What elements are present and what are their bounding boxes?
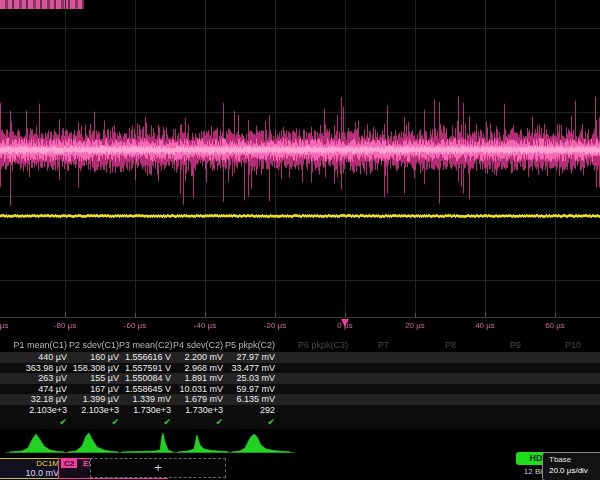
measure-status-check-icon: ✔ (223, 416, 275, 429)
measure-value: 2.103e+3 (0, 405, 67, 416)
measure-value: 33.477 mV (223, 363, 275, 374)
measure-value: 59.97 mV (223, 384, 275, 395)
measure-value: 1.556616 V (119, 352, 171, 363)
measure-value: 1.339 mV (119, 394, 171, 405)
measure-value: 1.730e+3 (119, 405, 171, 416)
histicon-histogram (10, 434, 64, 452)
c2-channel-badge: C2 (61, 459, 77, 468)
measure-value: 1.399 µV (67, 394, 119, 405)
measurement-status-row: ✔✔✔✔✔ (0, 416, 600, 429)
measure-value: 292 (223, 405, 275, 416)
measure-value: 27.97 mV (223, 352, 275, 363)
measure-value: 158.308 µV (67, 363, 119, 374)
time-axis-label: 20 µs (385, 321, 445, 330)
measure-row: 263 µV155 µV1.550084 V1.891 mV25.03 mV (0, 373, 600, 384)
time-axis-label: -40 µs (175, 321, 235, 330)
measure-column-header-inactive[interactable]: P10 (565, 339, 581, 352)
channel-c1-descriptor[interactable]: DC1M 10.0 mV (0, 458, 63, 479)
measure-status-check-icon: ✔ (67, 416, 119, 429)
measure-status-check-icon: ✔ (171, 416, 223, 429)
measure-value: 1.891 mV (171, 373, 223, 384)
measure-status-check-icon: ✔ (0, 416, 67, 429)
measurement-table: P1 mean(C1)P2 sdev(C1)P3 mean(C2)P4 sdev… (0, 339, 600, 429)
timebase-descriptor[interactable]: Tbase 20.0 µs/div (542, 452, 600, 480)
scope-grid-and-traces (0, 0, 600, 338)
measure-column-header[interactable]: P4 sdev(C2) (171, 339, 223, 352)
c1-coupling-label: DC1M (0, 459, 59, 468)
measure-row: 474 µV167 µV1.558645 V10.031 mV59.97 mV (0, 384, 600, 395)
measure-value: 25.03 mV (223, 373, 275, 384)
measure-column-header[interactable]: P3 mean(C2) (119, 339, 171, 352)
measure-value: 363.98 µV (0, 363, 67, 374)
measure-value: 167 µV (67, 384, 119, 395)
measure-value: 160 µV (67, 352, 119, 363)
measure-column-header[interactable]: P5 pkpk(C2) (223, 339, 275, 352)
measure-value: 440 µV (0, 352, 67, 363)
plus-icon: + (154, 460, 162, 475)
measure-column-header-inactive[interactable]: P7 (378, 339, 389, 352)
measure-value: 1.558645 V (119, 384, 171, 395)
measure-value: 1.557591 V (119, 363, 171, 374)
add-trace-button[interactable]: + (90, 458, 226, 478)
measurement-table-header: P1 mean(C1)P2 sdev(C1)P3 mean(C2)P4 sdev… (0, 339, 600, 352)
measure-row: 440 µV160 µV1.556616 V2.200 mV27.97 mV (0, 352, 600, 363)
measure-value: 263 µV (0, 373, 67, 384)
measure-row: 32.18 µV1.399 µV1.339 mV1.679 mV6.135 mV (0, 394, 600, 405)
histicon-histogram (178, 435, 228, 452)
time-axis-label: 40 µs (455, 321, 515, 330)
measure-value: 2.103e+3 (67, 405, 119, 416)
measure-row: 363.98 µV158.308 µV1.557591 V2.968 mV33.… (0, 363, 600, 374)
measurement-histicons (0, 430, 300, 457)
oscilloscope-screen: -100 µs-80 µs-60 µs-40 µs-20 µs0 µs20 µs… (0, 0, 600, 480)
measurement-table-rows: 440 µV160 µV1.556616 V2.200 mV27.97 mV36… (0, 352, 600, 416)
histicon-histogram (232, 434, 290, 452)
timebase-label: Tbase (549, 454, 600, 465)
measure-value: 474 µV (0, 384, 67, 395)
time-axis-label: -100 µs (0, 321, 25, 330)
time-axis-label: 60 µs (525, 321, 585, 330)
histicon-histogram (68, 433, 118, 452)
measure-column-header[interactable]: P1 mean(C1) (0, 339, 67, 352)
measure-value: 155 µV (67, 373, 119, 384)
measure-column-header-inactive[interactable]: P8 (445, 339, 456, 352)
measure-value: 2.200 mV (171, 352, 223, 363)
histicon-histogram (122, 433, 173, 452)
time-axis-label: -60 µs (105, 321, 165, 330)
measure-status-check-icon: ✔ (119, 416, 171, 429)
measure-value: 10.031 mV (171, 384, 223, 395)
time-axis-label: 0 µs (315, 321, 375, 330)
measure-value: 1.679 mV (171, 394, 223, 405)
measure-value: 6.135 mV (223, 394, 275, 405)
measure-column-header-inactive[interactable]: P9 (510, 339, 521, 352)
measure-value: 2.968 mV (171, 363, 223, 374)
measure-row: 2.103e+32.103e+31.730e+31.730e+3292 (0, 405, 600, 416)
measure-column-header[interactable]: P2 sdev(C1) (67, 339, 119, 352)
time-axis-label: -20 µs (245, 321, 305, 330)
time-axis-label: -80 µs (35, 321, 95, 330)
measure-value: 1.730e+3 (171, 405, 223, 416)
measure-column-header-inactive[interactable]: P6 pkpk(C3) (298, 339, 348, 352)
measure-value: 1.550084 V (119, 373, 171, 384)
timebase-value: 20.0 µs/div (549, 465, 600, 476)
measure-value: 32.18 µV (0, 394, 67, 405)
c1-scale-value: 10.0 mV (0, 468, 59, 478)
